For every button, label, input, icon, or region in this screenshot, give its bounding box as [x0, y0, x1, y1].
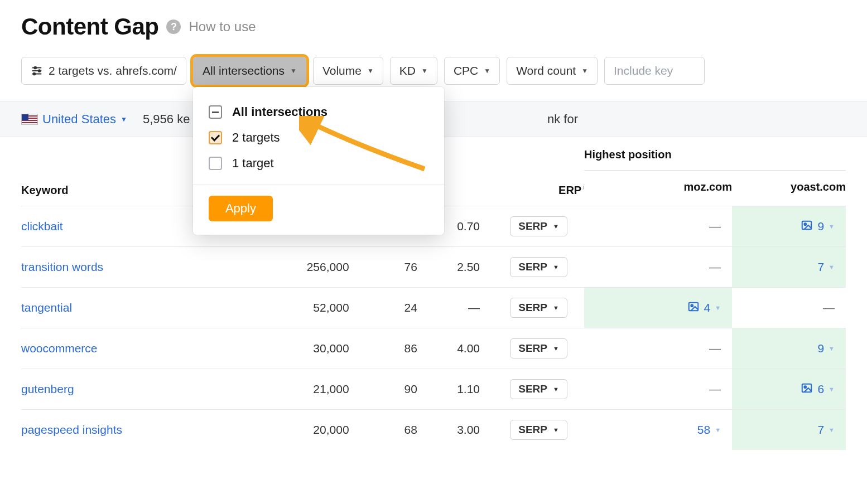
position-cell: — [732, 288, 846, 328]
volume-cell: 20,000 [260, 410, 362, 450]
cpc-cell: 4.00 [431, 328, 493, 369]
chevron-down-icon: ▼ [484, 67, 490, 75]
keyword-cell: woocommerce [21, 328, 260, 369]
include-keywords-input[interactable]: Include key [604, 57, 705, 85]
table-row: transition words256,000762.50SERP▼—7▼ [21, 247, 846, 288]
keyword-link[interactable]: woocommerce [21, 342, 98, 355]
svg-point-3 [34, 67, 36, 69]
chevron-down-icon: ▼ [121, 115, 127, 123]
chevron-down-icon: ▼ [553, 427, 559, 433]
how-to-use-link[interactable]: How to use [189, 19, 256, 35]
keyword-link[interactable]: tangential [21, 301, 72, 314]
kd-cell: 76 [363, 247, 431, 288]
image-pack-icon [687, 301, 700, 316]
volume-cell: 52,000 [260, 288, 362, 328]
checkbox-empty-icon[interactable] [209, 157, 222, 170]
keyword-link[interactable]: transition words [21, 260, 103, 273]
keyword-count-fragment: 5,956 ke [143, 112, 190, 127]
serp-cell: SERP▼ [493, 288, 584, 328]
image-pack-icon [801, 382, 813, 397]
cpc-cell: 3.00 [431, 410, 493, 450]
serp-button[interactable]: SERP▼ [510, 338, 567, 358]
intersections-filter[interactable]: All intersections ▼ [193, 57, 306, 85]
col-serp[interactable]: ERPi [493, 137, 584, 206]
position-cell[interactable]: 9▼ [732, 328, 846, 369]
include-keywords-placeholder: Include key [614, 64, 673, 77]
serp-button[interactable]: SERP▼ [510, 420, 567, 440]
chevron-down-icon: ▼ [715, 427, 721, 433]
intersections-filter-label: All intersections [203, 64, 285, 77]
volume-filter-label: Volume [322, 64, 362, 77]
keyword-cell: transition words [21, 247, 260, 288]
svg-point-7 [805, 223, 807, 225]
chevron-down-icon: ▼ [829, 264, 835, 270]
targets-filter[interactable]: 2 targets vs. ahrefs.com/ [21, 57, 186, 85]
kd-cell: 90 [363, 369, 431, 410]
table-row: gutenberg21,000901.10SERP▼—6▼ [21, 369, 846, 410]
kd-filter-label: KD [399, 64, 416, 77]
keyword-cell: pagespeed insights [21, 410, 260, 450]
svg-rect-8 [688, 302, 698, 311]
svg-point-4 [38, 70, 41, 72]
col-moz[interactable]: moz.com [584, 171, 732, 206]
chevron-down-icon: ▼ [829, 427, 835, 433]
chevron-down-icon: ▼ [553, 223, 559, 230]
kd-filter[interactable]: KD ▼ [390, 57, 437, 85]
position-cell[interactable]: 6▼ [732, 369, 846, 410]
table-row: pagespeed insights20,000683.00SERP▼58▼7▼ [21, 410, 846, 450]
chevron-down-icon: ▼ [421, 67, 428, 75]
word-count-filter[interactable]: Word count ▼ [507, 57, 598, 85]
serp-button[interactable]: SERP▼ [510, 257, 567, 277]
apply-button[interactable]: Apply [209, 196, 273, 221]
kd-cell: 86 [363, 328, 431, 369]
keyword-cell: gutenberg [21, 369, 260, 410]
serp-cell: SERP▼ [493, 369, 584, 410]
image-pack-icon [801, 219, 813, 234]
intersections-option-all[interactable]: All intersections [193, 99, 444, 125]
volume-cell: 256,000 [260, 247, 362, 288]
chevron-down-icon: ▼ [715, 304, 721, 311]
targets-filter-label: 2 targets vs. ahrefs.com/ [49, 64, 177, 77]
svg-point-11 [805, 386, 807, 388]
keyword-link[interactable]: gutenberg [21, 382, 74, 395]
cpc-cell: 2.50 [431, 247, 493, 288]
sliders-icon [31, 65, 43, 77]
kd-cell: 68 [363, 410, 431, 450]
intersections-option-2-label: 2 targets [232, 130, 280, 145]
intersections-option-1[interactable]: 1 target [193, 151, 444, 176]
country-selector[interactable]: United States ▼ [21, 112, 127, 127]
chevron-down-icon: ▼ [553, 345, 559, 352]
position-cell[interactable]: 7▼ [732, 247, 846, 288]
intersections-option-2[interactable]: 2 targets [193, 125, 444, 151]
chevron-down-icon: ▼ [829, 345, 835, 352]
cpc-cell: 1.10 [431, 369, 493, 410]
position-cell[interactable]: 7▼ [732, 410, 846, 450]
checkbox-indeterminate-icon[interactable] [209, 105, 222, 119]
volume-filter[interactable]: Volume ▼ [313, 57, 383, 85]
intersections-dropdown: All intersections 2 targets 1 target App… [193, 87, 444, 235]
chevron-down-icon: ▼ [553, 264, 559, 270]
cpc-filter[interactable]: CPC ▼ [444, 57, 500, 85]
position-cell[interactable]: 4▼ [584, 288, 732, 328]
col-yoast[interactable]: yoast.com [732, 171, 846, 206]
serp-button[interactable]: SERP▼ [510, 216, 567, 236]
col-highest-position: Highest position [584, 137, 846, 171]
chevron-down-icon: ▼ [829, 386, 835, 392]
serp-button[interactable]: SERP▼ [510, 298, 567, 318]
position-cell[interactable]: 58▼ [584, 410, 732, 450]
svg-point-9 [691, 304, 693, 307]
keyword-link[interactable]: clickbait [21, 220, 63, 232]
table-row: tangential52,00024—SERP▼4▼— [21, 288, 846, 328]
volume-cell: 21,000 [260, 369, 362, 410]
cpc-cell: — [431, 288, 493, 328]
intersections-option-1-label: 1 target [232, 156, 274, 171]
position-cell[interactable]: 9▼ [732, 206, 846, 247]
chevron-down-icon: ▼ [290, 67, 297, 75]
keyword-link[interactable]: pagespeed insights [21, 423, 122, 436]
page-title: Content Gap [21, 13, 158, 40]
help-icon[interactable]: ? [166, 20, 181, 34]
checkbox-checked-icon[interactable] [209, 131, 222, 144]
position-cell: — [584, 328, 732, 369]
rank-for-fragment: nk for [547, 112, 846, 127]
serp-button[interactable]: SERP▼ [510, 379, 567, 399]
